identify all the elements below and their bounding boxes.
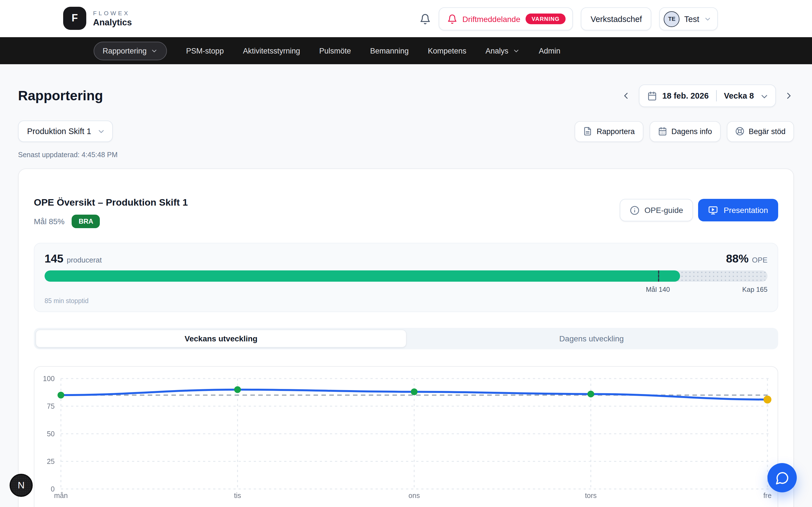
chat-bubble-icon <box>775 471 789 485</box>
divider <box>716 90 717 101</box>
stop-time-label: 85 min stopptid <box>45 297 767 304</box>
calendar-icon <box>647 91 657 101</box>
progress-fill <box>45 270 680 282</box>
file-text-icon <box>583 127 592 136</box>
selected-week: Vecka 8 <box>724 91 754 100</box>
chevron-down-icon <box>151 47 158 54</box>
page-title: Rapportering <box>18 88 103 104</box>
ope-overview-card: OPE Översikt – Produktion Skift 1 Mål 85… <box>18 168 794 507</box>
svg-text:75: 75 <box>47 402 55 410</box>
svg-text:25: 25 <box>47 457 55 465</box>
alert-warning-badge: VARNING <box>525 13 566 24</box>
brand: F FLOWEX Analytics <box>63 7 132 30</box>
nav-item-aktivitetsstyrning[interactable]: Aktivitetsstyrning <box>243 47 300 55</box>
chevron-down-icon <box>704 15 712 23</box>
nav-item-rapportering[interactable]: Rapportering <box>94 41 167 60</box>
selected-date: 18 feb. 2026 <box>662 91 709 100</box>
svg-text:tis: tis <box>234 492 241 499</box>
target-tick-label: Mål 140 <box>646 286 670 293</box>
chevron-right-icon[interactable] <box>784 91 794 101</box>
viewport: F FLOWEX Analytics Driftmeddelande VARNI… <box>0 0 812 507</box>
trend-tabs: Veckans utveckling Dagens utveckling <box>34 328 778 349</box>
request-support-button[interactable]: Begär stöd <box>726 121 794 142</box>
today-info-button[interactable]: Dagens info <box>649 121 720 142</box>
chevron-left-icon[interactable] <box>620 91 631 101</box>
user-name: Test <box>684 14 699 23</box>
brand-product: Analytics <box>93 17 132 27</box>
svg-text:fre: fre <box>763 492 771 499</box>
date-navigation: 18 feb. 2026 Vecka 8 <box>620 84 794 107</box>
report-button[interactable]: Rapportera <box>574 121 643 142</box>
date-picker[interactable]: 18 feb. 2026 Vecka 8 <box>639 84 776 107</box>
chevron-down-icon <box>760 92 767 100</box>
target-tick <box>658 270 659 282</box>
life-buoy-icon <box>735 127 744 136</box>
page-actions: Rapportera Dagens info Begär stöd <box>574 121 794 142</box>
brand-logo: F <box>63 7 86 30</box>
info-icon <box>630 205 640 215</box>
calendar-icon <box>658 127 667 136</box>
page-content: Rapportering 18 feb. 2026 Vecka 8 <box>0 84 812 507</box>
capacity-label: Kap 165 <box>742 286 767 293</box>
presentation-button[interactable]: Presentation <box>698 199 778 221</box>
monitor-play-icon <box>709 205 718 215</box>
user-menu[interactable]: TE Test <box>659 7 718 31</box>
svg-text:ons: ons <box>409 492 420 499</box>
produced-value: 145producerat <box>45 252 102 265</box>
nav-item-analys[interactable]: Analys <box>486 47 520 55</box>
nav-item-kompetens[interactable]: Kompetens <box>428 47 466 55</box>
tab-week-trend[interactable]: Veckans utveckling <box>36 330 407 348</box>
role-button[interactable]: Verkstadschef <box>581 7 652 31</box>
chevron-down-icon <box>512 47 520 54</box>
last-updated: Senast uppdaterad: 4:45:48 PM <box>18 151 794 159</box>
nav-item-admin[interactable]: Admin <box>539 47 560 55</box>
nav-item-bemanning[interactable]: Bemanning <box>370 47 409 55</box>
chat-fab-button[interactable] <box>767 463 797 492</box>
top-header: F FLOWEX Analytics Driftmeddelande VARNI… <box>0 0 812 37</box>
production-progress-bar <box>45 270 767 282</box>
ope-value: 88%OPE <box>726 252 767 265</box>
svg-text:mån: mån <box>54 492 68 499</box>
production-progress-panel: 145producerat 88%OPE Mål 140 Kap 165 <box>34 243 778 312</box>
operational-alert[interactable]: Driftmeddelande VARNING <box>439 7 573 31</box>
alert-label: Driftmeddelande <box>462 14 520 23</box>
alert-bell-icon <box>447 14 457 24</box>
notifications-bell-icon[interactable] <box>419 13 431 24</box>
week-trend-chart: 0255075100måntisonstorsfre <box>34 366 778 507</box>
nav-item-pulsmote[interactable]: Pulsmöte <box>319 47 351 55</box>
main-nav: Rapportering PSM-stopp Aktivitetsstyrnin… <box>0 37 812 64</box>
chevron-down-icon <box>97 127 105 135</box>
shift-selector[interactable]: Produktion Skift 1 <box>18 121 112 142</box>
nav-item-psm-stopp[interactable]: PSM-stopp <box>186 47 224 55</box>
brand-name: FLOWEX <box>93 9 132 16</box>
dev-tools-badge[interactable]: N <box>10 474 33 497</box>
status-badge: BRA <box>72 215 100 228</box>
svg-text:50: 50 <box>47 430 55 438</box>
goal-label: Mål 85% <box>34 217 64 226</box>
card-title: OPE Översikt – Produktion Skift 1 <box>34 197 188 209</box>
ope-guide-button[interactable]: OPE-guide <box>620 199 693 221</box>
svg-text:tors: tors <box>585 492 597 499</box>
svg-text:100: 100 <box>43 375 55 383</box>
tab-day-trend[interactable]: Dagens utveckling <box>407 330 776 348</box>
user-avatar: TE <box>664 11 680 27</box>
